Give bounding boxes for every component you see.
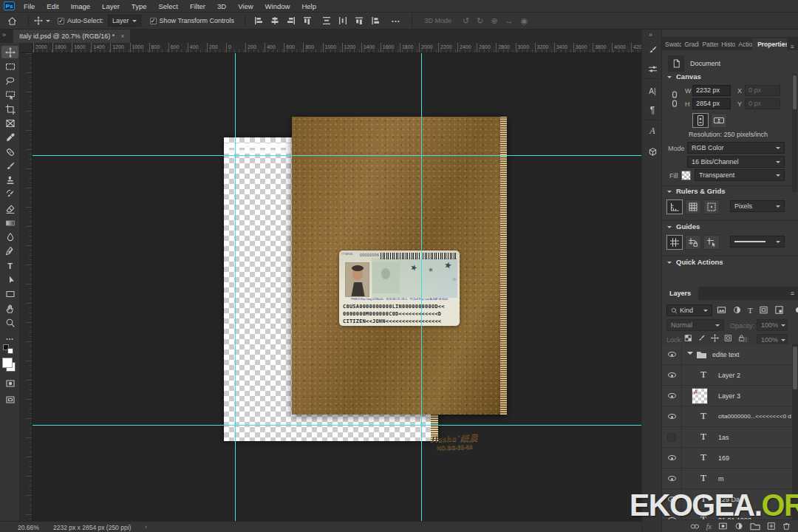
toggle-grid-button[interactable] [685, 200, 701, 214]
tab-gradients[interactable]: Gradi [681, 38, 699, 50]
filter-pixel-layers-icon[interactable] [717, 305, 726, 315]
filter-adjustment-layers-icon[interactable] [732, 305, 742, 315]
tab-properties[interactable]: Properties [752, 38, 787, 50]
quick-mask-button[interactable] [1, 377, 18, 389]
distribute-tops-button[interactable] [355, 16, 364, 25]
object-selection-tool[interactable] [1, 89, 18, 101]
edit-toolbar-icon[interactable]: ••• [1, 332, 18, 345]
panel-menu-icon[interactable]: ≡ [787, 43, 798, 50]
marquee-tool[interactable] [1, 60, 18, 72]
menu-edit[interactable]: Edit [41, 2, 64, 10]
brush-settings-panel-icon[interactable] [646, 62, 659, 75]
layer-filter-kind-dropdown[interactable]: Kind [666, 304, 712, 316]
menu-help[interactable]: Help [296, 2, 322, 10]
brush-tool[interactable] [1, 160, 18, 172]
status-options-chevron-icon[interactable]: › [145, 523, 147, 531]
new-group-icon[interactable] [750, 522, 760, 531]
history-brush-tool[interactable] [1, 188, 18, 200]
layer-row-pixel[interactable]: A Layer 3 [662, 386, 792, 406]
menu-layer[interactable]: Layer [96, 2, 126, 10]
move-tool[interactable] [1, 46, 18, 58]
layer-row-text-hidden[interactable]: T 1as [662, 427, 792, 448]
hand-tool[interactable] [1, 302, 18, 315]
layer-row-text[interactable]: T m [662, 468, 792, 489]
eraser-tool[interactable] [1, 202, 18, 215]
menu-select[interactable]: Select [152, 2, 183, 10]
document-tab[interactable]: Italy id.psd @ 20.7% (RGB/16) * × [13, 30, 130, 43]
lock-guides-button[interactable] [685, 235, 701, 250]
distribute-lefts-button[interactable] [371, 16, 380, 25]
vertical-ruler[interactable] [20, 53, 33, 521]
tab-actions[interactable]: Actio [735, 38, 752, 50]
visibility-eye-icon[interactable] [668, 455, 676, 460]
lock-transparency-icon[interactable] [684, 334, 692, 342]
paragraph-panel-icon[interactable]: ¶ [646, 103, 659, 117]
layers-panel-menu-icon[interactable]: ≡ [791, 290, 794, 297]
lasso-tool[interactable] [1, 74, 18, 86]
filter-shape-layers-icon[interactable] [759, 305, 768, 315]
zoom-tool[interactable] [1, 316, 18, 329]
tab-overflow-icon[interactable]: » [2, 31, 6, 38]
color-mode-dropdown[interactable]: RGB Color [687, 142, 785, 154]
visibility-eye-icon[interactable] [668, 414, 676, 419]
screen-mode-button[interactable] [1, 393, 18, 406]
edit-guides-button[interactable] [703, 235, 720, 250]
toggle-rulers-button[interactable] [666, 200, 683, 214]
layer-row-text[interactable]: T Layer 2 [662, 365, 792, 386]
menu-view[interactable]: View [232, 2, 259, 10]
libraries-panel-icon[interactable] [646, 145, 659, 158]
canvas-section-header[interactable]: Canvas [667, 72, 701, 81]
lock-position-icon[interactable] [711, 334, 719, 342]
align-horizontal-centers-button[interactable] [270, 16, 279, 25]
toggle-guides-button[interactable] [666, 235, 683, 250]
vertical-guide[interactable] [235, 53, 236, 521]
switch-colors-icon[interactable] [7, 348, 13, 354]
group-expand-chevron-icon[interactable] [687, 352, 693, 358]
menu-window[interactable]: Window [259, 2, 296, 10]
frame-tool[interactable] [1, 117, 18, 129]
close-tab-icon[interactable]: × [120, 33, 124, 40]
menu-filter[interactable]: Filter [184, 2, 211, 10]
layer-row-text[interactable]: T cita0000000...<<<<<<<<0 d [662, 406, 792, 427]
tab-history[interactable]: Histo [718, 38, 735, 50]
lock-artboard-icon[interactable] [724, 334, 732, 342]
properties-scrollbar[interactable] [792, 74, 797, 192]
expand-panels-icon[interactable]: » [649, 31, 652, 38]
align-top-edges-button[interactable] [303, 16, 312, 25]
visibility-eye-icon[interactable] [668, 393, 676, 398]
horizontal-guide[interactable] [33, 425, 641, 426]
distribute-vertical-button[interactable] [322, 16, 331, 25]
pen-tool[interactable] [1, 245, 18, 257]
bit-depth-dropdown[interactable]: 16 Bits/Channel [687, 156, 785, 168]
visibility-eye-icon[interactable] [668, 372, 676, 378]
eyedropper-tool[interactable] [1, 131, 18, 143]
menu-file[interactable]: File [18, 2, 41, 10]
orientation-portrait-button[interactable] [692, 113, 709, 128]
menu-3d[interactable]: 3D [211, 2, 232, 10]
show-transform-checkbox[interactable]: ✓Show Transform Controls [150, 17, 235, 24]
layer-row-group[interactable]: edite text [662, 344, 792, 365]
more-options-icon[interactable]: ••• [392, 18, 400, 24]
auto-select-target-dropdown[interactable]: Layer [108, 15, 141, 27]
guides-section-header[interactable]: Guides [667, 222, 700, 231]
tab-layers[interactable]: Layers [662, 287, 698, 300]
quick-actions-section-header[interactable]: Quick Actions [667, 258, 723, 266]
clone-stamp-tool[interactable] [1, 174, 18, 186]
fill-swatch[interactable] [681, 171, 691, 180]
glyphs-panel-icon[interactable]: A [646, 124, 659, 137]
horizontal-ruler[interactable]: 2000180016001400120010008006004002000200… [33, 43, 641, 53]
ruler-units-dropdown[interactable]: Pixels [730, 200, 785, 212]
auto-select-checkbox[interactable]: ✓Auto-Select: [58, 17, 103, 24]
foreground-color-swatch[interactable] [2, 358, 13, 368]
blur-tool[interactable] [1, 231, 18, 243]
crop-tool[interactable] [1, 103, 18, 115]
align-left-edges-button[interactable] [254, 16, 263, 25]
visibility-eye-icon[interactable] [668, 476, 676, 481]
height-field[interactable]: 2854 px [692, 98, 731, 109]
width-field[interactable]: 2232 px [692, 85, 731, 96]
home-icon[interactable] [7, 16, 17, 26]
visibility-eye-icon[interactable] [668, 352, 676, 357]
filter-smart-objects-icon[interactable] [774, 305, 784, 315]
shape-tool[interactable] [1, 287, 18, 300]
orientation-landscape-button[interactable] [711, 113, 727, 128]
